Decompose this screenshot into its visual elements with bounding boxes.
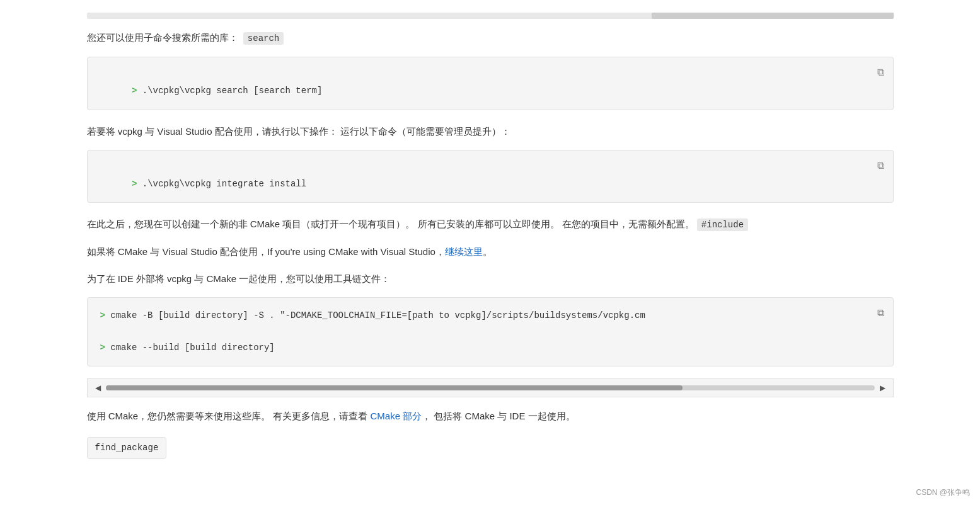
- copy-cmake-button[interactable]: ⧉: [877, 304, 884, 321]
- find-package-code: find_package: [95, 440, 159, 456]
- cmake-toolchain-code-block: > cmake -B [build directory] -S . "-DCMA…: [87, 297, 894, 366]
- cmake-vs-link[interactable]: 继续这里: [445, 246, 483, 257]
- after-integrate-paragraph: 在此之后，您现在可以创建一个新的非 CMake 项目（或打开一个现有项目）。 所…: [87, 215, 894, 233]
- vcpkg-search-code: > .\vcpkg\vcpkg search [search term]: [100, 67, 880, 99]
- toolchain-intro-paragraph: 为了在 IDE 外部将 vcpkg 与 CMake 一起使用，您可以使用工具链文…: [87, 270, 894, 287]
- include-inline-code: #include: [697, 218, 748, 231]
- cmake-code-scrollbar[interactable]: ◀ ▶: [87, 378, 894, 397]
- search-intro-paragraph: 您还可以使用子命令搜索所需的库： search: [87, 29, 894, 47]
- scrollbar-left-arrow[interactable]: ◀: [93, 382, 103, 394]
- cmake-info-text-middle: ， 包括将 CMake 与 IDE 一起使用。: [422, 411, 575, 421]
- cmake-info-text-before: 使用 CMake，您仍然需要等来使用这些库。 有关更多信息，请查看: [87, 411, 368, 421]
- toolchain-intro-text: 为了在 IDE 外部将 vcpkg 与 CMake 一起使用，您可以使用工具链文…: [87, 273, 391, 284]
- cmake-parts-link[interactable]: CMake 部分: [371, 411, 422, 421]
- watermark: CSDN @张争鸣: [916, 486, 970, 489]
- vs-intro-text: 若要将 vcpkg 与 Visual Studio 配合使用，请执行以下操作： …: [87, 126, 510, 137]
- cmake-vs-text-after: 。: [483, 246, 492, 257]
- search-intro-text: 您还可以使用子命令搜索所需的库：: [87, 32, 238, 43]
- copy-integrate-button[interactable]: ⧉: [877, 157, 884, 174]
- vcpkg-search-code-block: > .\vcpkg\vcpkg search [search term] ⧉: [87, 57, 894, 110]
- scrollbar-right-arrow[interactable]: ▶: [877, 382, 888, 394]
- prompt-4: >: [100, 343, 105, 353]
- after-integrate-text: 在此之后，您现在可以创建一个新的非 CMake 项目（或打开一个现有项目）。 所…: [87, 218, 695, 229]
- scrollbar-thumb: [106, 385, 683, 390]
- vcpkg-integrate-code: > .\vcpkg\vcpkg integrate install: [100, 161, 880, 192]
- vcpkg-integrate-code-block: > .\vcpkg\vcpkg integrate install ⧉: [87, 150, 894, 203]
- cmake-toolchain-code: > cmake -B [build directory] -S . "-DCMA…: [100, 308, 880, 356]
- prompt-1: >: [132, 86, 137, 96]
- find-package-code-block: find_package: [87, 437, 167, 459]
- top-scrollbar[interactable]: [87, 13, 894, 19]
- cmake-info-paragraph: 使用 CMake，您仍然需要等来使用这些库。 有关更多信息，请查看 CMake …: [87, 407, 894, 424]
- copy-search-button[interactable]: ⧉: [877, 64, 884, 81]
- scrollbar-track[interactable]: [106, 385, 875, 390]
- search-inline-code: search: [243, 32, 284, 45]
- prompt-3: >: [100, 310, 105, 321]
- cmake-vs-text-before: 如果将 CMake 与 Visual Studio 配合使用，If you're…: [87, 246, 445, 257]
- vs-intro-paragraph: 若要将 vcpkg 与 Visual Studio 配合使用，请执行以下操作： …: [87, 123, 894, 140]
- prompt-2: >: [132, 179, 137, 189]
- cmake-vs-paragraph: 如果将 CMake 与 Visual Studio 配合使用，If you're…: [87, 243, 894, 260]
- page-content: 您还可以使用子命令搜索所需的库： search > .\vcpkg\vcpkg …: [87, 13, 894, 477]
